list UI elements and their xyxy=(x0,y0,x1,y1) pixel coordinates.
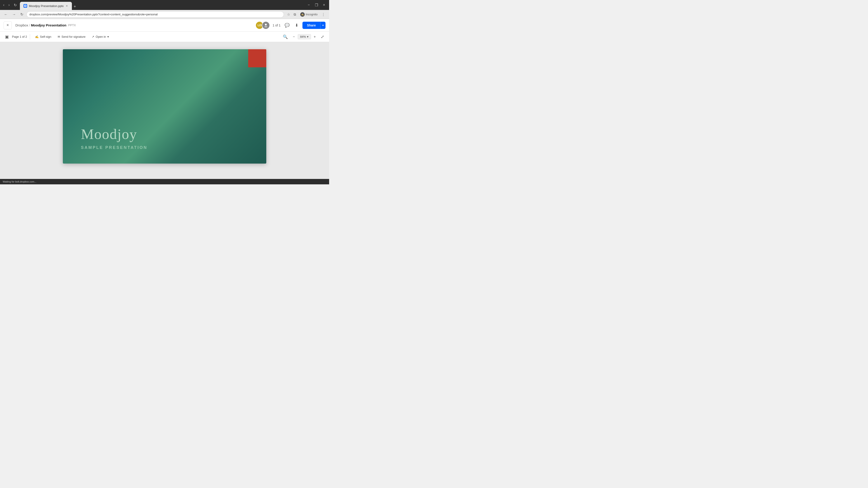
share-dropdown-button[interactable]: ▾ xyxy=(320,22,326,29)
breadcrumb-separator: / xyxy=(29,23,30,27)
sidebar-toggle-icon: ▣ xyxy=(5,35,9,39)
share-button-group: Share ▾ xyxy=(303,22,326,29)
browser-back-button[interactable]: ‹ xyxy=(2,2,6,8)
active-tab[interactable]: Moodjoy Presentation.pptx × xyxy=(20,2,72,10)
zoom-chevron-icon: ▾ xyxy=(307,35,309,38)
app-header: × Dropbox / Moodjoy Presentation PPTX LD… xyxy=(0,19,329,32)
send-sig-label: Send for signature xyxy=(61,35,86,38)
breadcrumb-current-title: Moodjoy Presentation xyxy=(31,23,66,27)
presentation-slide: Moodjoy SAMPLE PRESENTATION xyxy=(63,49,266,164)
zoom-control: − 84% ▾ + xyxy=(291,34,318,40)
slide-title: Moodjoy xyxy=(81,126,248,142)
browser-chrome: ‹ › ↻ Moodjoy Presentation.pptx × + − ❐ … xyxy=(0,0,329,10)
send-signature-button[interactable]: ✉ Send for signature xyxy=(55,34,88,40)
forward-button[interactable]: → xyxy=(11,11,17,18)
url-bar[interactable]: dropbox.com/preview/Moodjoy%20Presentati… xyxy=(26,11,284,18)
comment-icon: 💬 xyxy=(285,23,289,28)
share-button[interactable]: Share xyxy=(303,22,320,29)
toolbar: ▣ Page 1 of 2 ✍ Self-sign ✉ Send for sig… xyxy=(0,32,329,42)
self-sign-label: Self-sign xyxy=(40,35,52,38)
open-in-icon: ↗ xyxy=(92,35,94,38)
status-text: Waiting for bolt.dropbox.com... xyxy=(3,180,36,183)
download-button[interactable]: ⬇ xyxy=(293,22,300,29)
main-content: Moodjoy SAMPLE PRESENTATION xyxy=(0,42,329,179)
header-right: LD 1 of 1 💬 ⬇ Share ▾ xyxy=(255,21,326,29)
page-count-indicator: 1 of 1 xyxy=(273,24,281,27)
browser-nav-controls: ‹ › ↻ xyxy=(2,2,18,8)
search-button[interactable]: 🔍 xyxy=(281,33,289,41)
avatar-other xyxy=(262,21,270,29)
zoom-percentage: 84% xyxy=(300,35,306,38)
breadcrumb-parent-link[interactable]: Dropbox xyxy=(16,23,28,27)
url-text: dropbox.com/preview/Moodjoy%20Presentati… xyxy=(29,13,158,16)
zoom-in-button[interactable]: + xyxy=(312,34,318,40)
download-icon: ⬇ xyxy=(295,23,298,28)
breadcrumb: Dropbox / Moodjoy Presentation PPTX xyxy=(16,23,76,27)
open-in-chevron-icon: ▾ xyxy=(107,35,109,38)
menu-button[interactable]: ⋮ xyxy=(320,11,327,18)
tab-bar: Moodjoy Presentation.pptx × + xyxy=(20,0,304,10)
slide-subtitle: SAMPLE PRESENTATION xyxy=(81,145,248,150)
fullscreen-icon: ⤢ xyxy=(321,35,324,39)
page-indicator: Page 1 of 2 xyxy=(12,35,27,38)
tab-favicon xyxy=(24,4,27,8)
open-in-label: Open in xyxy=(96,35,106,38)
self-sign-icon: ✍ xyxy=(35,35,39,38)
breadcrumb-extension: PPTX xyxy=(68,24,76,27)
svg-point-1 xyxy=(265,24,267,26)
sidebar-toggle-button[interactable]: ▣ xyxy=(4,33,10,41)
search-icon: 🔍 xyxy=(283,35,288,39)
incognito-icon: 🕵 xyxy=(300,12,305,17)
browser-reload-button[interactable]: ↻ xyxy=(12,2,18,8)
incognito-badge[interactable]: 🕵 Incognito xyxy=(298,11,319,18)
reload-button[interactable]: ↻ xyxy=(19,11,25,18)
close-preview-button[interactable]: × xyxy=(4,21,12,29)
slide-container: Moodjoy SAMPLE PRESENTATION xyxy=(63,49,266,164)
new-tab-button[interactable]: + xyxy=(72,3,78,10)
back-button[interactable]: ← xyxy=(3,11,9,18)
tab-close-button[interactable]: × xyxy=(66,4,68,8)
zoom-value-selector[interactable]: 84% ▾ xyxy=(298,34,311,39)
address-actions: ☆ ⧉ 🕵 Incognito ⋮ xyxy=(286,11,327,18)
close-window-button[interactable]: × xyxy=(321,2,327,8)
fullscreen-button[interactable]: ⤢ xyxy=(319,33,326,41)
self-sign-button[interactable]: ✍ Self-sign xyxy=(33,34,54,40)
extensions-button[interactable]: ⧉ xyxy=(292,11,298,18)
slide-red-rectangle xyxy=(248,49,266,67)
send-sig-icon: ✉ xyxy=(58,35,60,38)
browser-forward-button[interactable]: › xyxy=(7,2,11,8)
page-indicator-text: Page 1 of 2 xyxy=(12,35,27,38)
zoom-out-button[interactable]: − xyxy=(291,34,297,40)
open-in-button[interactable]: ↗ Open in ▾ xyxy=(90,34,111,40)
comment-button[interactable]: 💬 xyxy=(283,22,291,29)
header-left: × Dropbox / Moodjoy Presentation PPTX xyxy=(4,21,76,29)
minimize-button[interactable]: − xyxy=(305,2,312,8)
incognito-label: Incognito xyxy=(306,13,318,16)
address-bar: ← → ↻ dropbox.com/preview/Moodjoy%20Pres… xyxy=(0,10,329,19)
status-bar: Waiting for bolt.dropbox.com... xyxy=(0,179,329,184)
tab-title: Moodjoy Presentation.pptx xyxy=(29,4,64,8)
toolbar-right: 🔍 − 84% ▾ + ⤢ xyxy=(281,33,326,41)
bookmark-button[interactable]: ☆ xyxy=(286,11,291,18)
maximize-button[interactable]: ❐ xyxy=(313,2,320,8)
avatars-group: LD xyxy=(255,21,270,29)
window-controls: − ❐ × xyxy=(305,2,327,8)
